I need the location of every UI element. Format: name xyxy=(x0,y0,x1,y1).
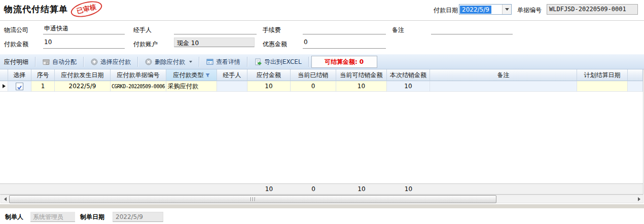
fee-label: 手续费 xyxy=(263,25,281,35)
column-header-indicator xyxy=(0,69,8,81)
scroll-right-button[interactable] xyxy=(635,195,643,203)
tab-payable-details[interactable]: 应付明细 xyxy=(4,58,28,66)
pay-date-label: 付款日期 xyxy=(434,5,458,16)
cell-plan_date[interactable] xyxy=(577,81,628,92)
remark-field[interactable] xyxy=(431,23,513,34)
create-date-value: 2022/5/9 xyxy=(113,212,163,222)
filter-icon[interactable] xyxy=(205,73,210,78)
handler-label: 经手人 xyxy=(133,25,152,35)
pay-account-label: 付款账户 xyxy=(133,39,158,50)
cell-indicator xyxy=(0,81,8,92)
cell-tail xyxy=(628,81,643,92)
column-header-amount[interactable]: 应付金额 xyxy=(247,69,291,81)
summary-cell-this_settle: 10 xyxy=(387,185,430,193)
toolbar-separator xyxy=(137,57,138,67)
current-row-indicator-icon xyxy=(3,84,6,88)
scroll-left-button[interactable] xyxy=(1,195,9,203)
column-header-label: 应付款单据编号 xyxy=(117,71,160,80)
approved-stamp: 已审核 xyxy=(69,0,104,20)
cell-seq[interactable]: 1 xyxy=(31,81,55,92)
column-header-occur_date[interactable]: 应付款发生日期 xyxy=(55,69,111,81)
column-header-label: 选择 xyxy=(14,71,26,80)
auto-allocate-label: 自动分配 xyxy=(52,58,77,66)
grid-empty-area xyxy=(0,92,643,183)
grid-header-row: 选择序号应付款发生日期应付款单据编号应付款类型经手人应付金额当前已结销当前可结销… xyxy=(0,69,643,81)
pay-amount-field[interactable]: 10 xyxy=(43,38,125,49)
column-header-type[interactable]: 应付款类型 xyxy=(166,69,217,81)
chevron-down-icon xyxy=(505,8,509,11)
grid-data-row[interactable]: 12022/5/9CGRKD-20220509-0006采购应付款1001010 xyxy=(0,81,643,92)
pay-date-combobox[interactable]: 2022/5/9 xyxy=(459,4,512,15)
column-header-label: 应付金额 xyxy=(257,71,281,80)
summary-cell-settled: 0 xyxy=(291,185,336,193)
fee-field[interactable] xyxy=(303,23,386,34)
doc-no-label: 单据编号 xyxy=(517,5,542,16)
payables-grid: 选择序号应付款发生日期应付款单据编号应付款类型经手人应付金额当前已结销当前可结销… xyxy=(0,69,643,195)
column-header-handler[interactable]: 经手人 xyxy=(217,69,247,81)
toolbar-separator xyxy=(247,57,248,67)
export-excel-button[interactable]: 导出到EXCEL xyxy=(250,56,306,68)
column-header-seq[interactable]: 序号 xyxy=(31,69,55,81)
excel-export-icon xyxy=(255,58,262,65)
cell-this_settle[interactable]: 10 xyxy=(387,81,430,92)
column-header-settled[interactable]: 当前已结销 xyxy=(291,69,336,81)
pay-date-value[interactable]: 2022/5/9 xyxy=(460,6,491,14)
cell-doc_no[interactable]: CGRKD-20220509-0006 xyxy=(111,81,166,92)
detail-panel-icon xyxy=(206,58,213,65)
column-header-select[interactable]: 选择 xyxy=(8,69,31,81)
toolbar-separator xyxy=(308,57,309,67)
toolbar: 应付明细 自动分配 选择应付款 删除应付款 xyxy=(0,54,644,69)
column-header-this_settle[interactable]: 本次结销金额 xyxy=(387,69,430,81)
summary-cell-amount: 10 xyxy=(247,185,291,193)
doc-no-field[interactable]: WLDFJSD-20220509-0001 xyxy=(547,4,638,15)
column-header-doc_no[interactable]: 应付款单据编号 xyxy=(111,69,166,81)
cell-settled[interactable]: 0 xyxy=(291,81,336,92)
delete-payable-button[interactable]: 删除应付款 xyxy=(140,56,197,68)
creator-value: 系统管理员 xyxy=(30,212,75,222)
pay-date-dropdown-button[interactable] xyxy=(502,5,511,14)
remark-label: 备注 xyxy=(392,25,404,35)
delete-payable-label: 删除应付款 xyxy=(155,58,185,66)
column-header-label: 本次结销金额 xyxy=(390,71,426,80)
column-header-remark[interactable]: 备注 xyxy=(430,69,577,81)
column-header-settleable[interactable]: 当前可结销金额 xyxy=(336,69,387,81)
chevron-down-icon xyxy=(189,61,192,63)
logistics-company-label: 物流公司 xyxy=(4,25,28,35)
cell-settleable[interactable]: 10 xyxy=(336,81,387,92)
scrollbar-thumb[interactable] xyxy=(9,195,496,203)
view-details-button[interactable]: 查看详情 xyxy=(202,56,245,68)
pay-account-field[interactable]: 现金 10 xyxy=(174,38,255,47)
create-date-label: 制单日期 xyxy=(80,212,104,222)
select-payable-button[interactable]: 选择应付款 xyxy=(86,56,135,68)
discount-label: 优惠金额 xyxy=(263,39,287,50)
discount-field[interactable]: 0 xyxy=(303,38,386,49)
cell-type[interactable]: 采购应付款 xyxy=(166,81,217,92)
column-header-plan_date[interactable]: 计划结算日期 xyxy=(577,69,628,81)
column-header-label: 经手人 xyxy=(223,71,241,80)
checkbox-check-icon xyxy=(17,85,22,90)
column-header-label: 计划结算日期 xyxy=(584,71,621,80)
cell-handler[interactable] xyxy=(217,81,247,92)
handler-field[interactable] xyxy=(174,23,257,34)
column-header-label: 应付款类型 xyxy=(173,71,204,80)
cell-amount[interactable]: 10 xyxy=(247,81,291,92)
header-divider xyxy=(0,20,644,21)
column-header-label: 序号 xyxy=(37,71,49,80)
cell-occur_date[interactable]: 2022/5/9 xyxy=(55,81,111,92)
horizontal-scrollbar[interactable] xyxy=(1,195,643,203)
page-title: 物流代付结算单 xyxy=(4,4,68,15)
column-header-label: 当前可结销金额 xyxy=(340,71,383,80)
logistics-company-field[interactable]: 申通快递 xyxy=(43,23,125,34)
scrollbar-grip-icon xyxy=(251,197,256,201)
cell-select[interactable] xyxy=(8,81,31,92)
plus-circle-icon xyxy=(91,58,98,65)
row-checkbox[interactable] xyxy=(16,83,23,90)
toolbar-separator xyxy=(35,57,36,67)
settleable-amount-value: 0 xyxy=(360,58,364,65)
column-header-label: 备注 xyxy=(497,71,510,80)
pay-amount-label: 付款金额 xyxy=(4,39,28,50)
cell-remark[interactable] xyxy=(430,81,577,92)
column-header-tail xyxy=(628,69,643,81)
x-circle-icon xyxy=(145,58,152,65)
auto-allocate-button[interactable]: 自动分配 xyxy=(38,56,81,68)
